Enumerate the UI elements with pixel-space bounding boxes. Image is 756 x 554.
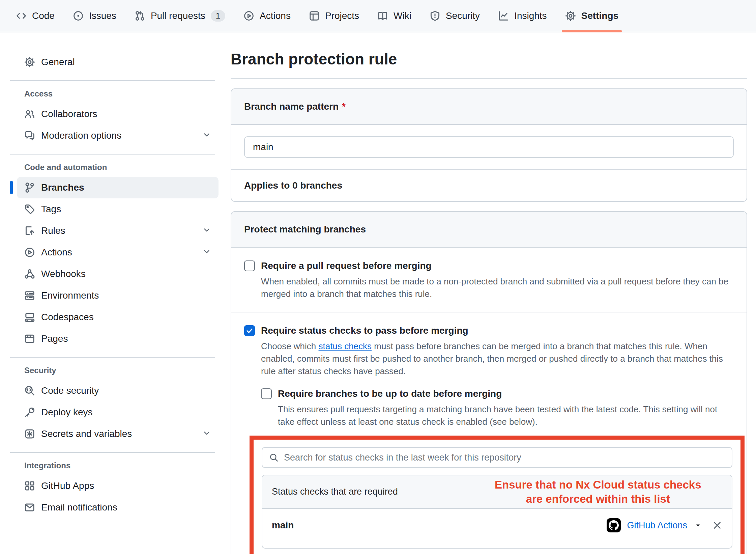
actions-icon xyxy=(243,10,254,21)
tab-wiki[interactable]: Wiki xyxy=(372,0,417,32)
require-status-checks-checkbox[interactable] xyxy=(244,325,255,336)
sidebar-item-branches[interactable]: Branches xyxy=(17,177,219,198)
sidebar-divider xyxy=(10,452,215,453)
github-actions-app-icon xyxy=(607,518,621,532)
status-checks-search-input[interactable] xyxy=(284,452,725,463)
sidebar-item-tags[interactable]: Tags xyxy=(17,198,219,220)
require-pull-request-checkbox[interactable] xyxy=(244,260,255,271)
tab-code[interactable]: Code xyxy=(10,0,60,32)
tab-label: Code xyxy=(32,10,55,21)
tab-security[interactable]: Security xyxy=(424,0,485,32)
dropdown-caret-icon[interactable] xyxy=(695,522,701,529)
sidebar-item-label: Deploy keys xyxy=(41,407,93,418)
tab-insights[interactable]: Insights xyxy=(493,0,552,32)
tab-label: Issues xyxy=(89,10,116,21)
status-checks-sub-block: Require branches to be up to date before… xyxy=(261,388,734,554)
sidebar-item-moderation-options[interactable]: Moderation options xyxy=(17,125,219,146)
tab-label: Insights xyxy=(514,10,547,21)
tab-projects[interactable]: Projects xyxy=(303,0,365,32)
sidebar-item-pages[interactable]: Pages xyxy=(17,328,219,350)
sidebar-item-label: Actions xyxy=(41,247,72,258)
require-up-to-date-label: Require branches to be up to date before… xyxy=(278,388,502,400)
require-pull-request-desc: When enabled, all commits must be made t… xyxy=(261,275,734,300)
remove-check-icon[interactable] xyxy=(712,520,722,530)
sidebar-item-github-apps[interactable]: GitHub Apps xyxy=(17,475,219,497)
chevron-down-icon[interactable] xyxy=(202,428,211,440)
tab-label: Wiki xyxy=(394,10,411,21)
applies-to-branches: Applies to 0 branches xyxy=(231,169,747,201)
projects-icon xyxy=(309,10,320,21)
sidebar-item-environments[interactable]: Environments xyxy=(17,285,219,306)
main-content: Branch protection rule Branch name patte… xyxy=(223,32,756,554)
issue-icon xyxy=(73,10,84,21)
branch-name-pattern-header: Branch name pattern* xyxy=(231,89,747,125)
sidebar-item-label: Webhooks xyxy=(41,269,86,279)
annotation-text: Ensure that no Nx Cloud status checks ar… xyxy=(469,478,727,506)
chevron-down-icon[interactable] xyxy=(202,247,211,258)
tab-label: Projects xyxy=(325,10,359,21)
status-checks-link[interactable]: status checks xyxy=(319,341,372,351)
sidebar-item-email-notifications[interactable]: Email notifications xyxy=(17,497,219,518)
desc-text: Choose which xyxy=(261,341,319,351)
sidebar-item-code-security[interactable]: Code security xyxy=(17,380,219,401)
tag-icon xyxy=(24,204,35,215)
sidebar-section-access: Access xyxy=(17,89,219,99)
sidebar-item-codespaces[interactable]: Codespaces xyxy=(17,306,219,328)
sidebar-item-label: GitHub Apps xyxy=(41,480,94,491)
tab-settings[interactable]: Settings xyxy=(560,0,624,32)
require-pull-request-row: Require a pull request before merging Wh… xyxy=(231,248,747,312)
key-icon xyxy=(24,407,35,418)
require-status-checks-desc: Choose which status checks must pass bef… xyxy=(261,340,734,378)
require-up-to-date-desc: This ensures pull requests targeting a m… xyxy=(278,403,734,428)
sidebar-item-label: Environments xyxy=(41,290,99,301)
sidebar-item-actions[interactable]: Actions xyxy=(17,242,219,263)
branch-name-pattern-input[interactable] xyxy=(244,136,734,158)
branch-name-pattern-card: Branch name pattern* Applies to 0 branch… xyxy=(231,88,747,202)
sidebar-item-label: Email notifications xyxy=(41,502,117,513)
status-checks-search[interactable] xyxy=(262,447,732,468)
branch-name-pattern-label: Branch name pattern xyxy=(244,101,339,112)
protect-matching-branches-card: Protect matching branches Require a pull… xyxy=(231,211,747,554)
sidebar-item-label: Moderation options xyxy=(41,130,121,141)
chevron-down-icon[interactable] xyxy=(202,225,211,237)
sidebar-item-rules[interactable]: Rules xyxy=(17,220,219,242)
sidebar-item-label: Secrets and variables xyxy=(41,428,132,439)
code-icon xyxy=(16,10,27,21)
sidebar-item-label: Rules xyxy=(41,225,65,236)
apps-grid-icon xyxy=(24,480,35,491)
sidebar-item-webhooks[interactable]: Webhooks xyxy=(17,263,219,285)
gear-icon xyxy=(24,57,35,67)
sidebar-item-general[interactable]: General xyxy=(17,51,219,73)
status-checks-list-header-label: Status checks that are required xyxy=(272,487,398,497)
repo-nav: Code Issues Pull requests 1 Actions Proj… xyxy=(0,0,756,32)
pull-request-icon xyxy=(135,10,145,21)
require-status-checks-label: Require status checks to pass before mer… xyxy=(261,325,468,337)
tab-label: Settings xyxy=(581,10,618,21)
webhook-icon xyxy=(24,269,35,279)
tab-pull-requests[interactable]: Pull requests 1 xyxy=(129,0,231,32)
required-asterisk: * xyxy=(342,101,346,112)
graph-icon xyxy=(498,10,509,21)
search-icon xyxy=(269,453,279,462)
asterisk-box-icon xyxy=(24,428,35,439)
server-icon xyxy=(24,290,35,301)
tab-actions[interactable]: Actions xyxy=(238,0,296,32)
sidebar-divider xyxy=(10,80,215,81)
github-actions-link[interactable]: GitHub Actions xyxy=(627,520,687,531)
sidebar-item-label: Branches xyxy=(41,182,84,193)
sidebar-item-deploy-keys[interactable]: Deploy keys xyxy=(17,401,219,423)
sidebar-divider xyxy=(10,154,215,155)
sidebar-item-collaborators[interactable]: Collaborators xyxy=(17,103,219,125)
selected-tab-underline xyxy=(562,30,622,32)
play-circle-icon xyxy=(24,247,35,258)
settings-sidebar: General Access Collaborators Moderation … xyxy=(0,32,223,518)
tab-issues[interactable]: Issues xyxy=(67,0,122,32)
annotation-line-2: are enforced within this list xyxy=(469,492,727,506)
sidebar-item-secrets-variables[interactable]: Secrets and variables xyxy=(17,423,219,445)
sidebar-divider xyxy=(10,357,215,358)
chevron-down-icon[interactable] xyxy=(202,130,211,141)
rules-icon xyxy=(24,225,35,236)
require-up-to-date-checkbox[interactable] xyxy=(261,388,272,399)
require-status-checks-row: Require status checks to pass before mer… xyxy=(231,312,747,554)
status-check-row: main GitHub Actions xyxy=(262,509,732,548)
